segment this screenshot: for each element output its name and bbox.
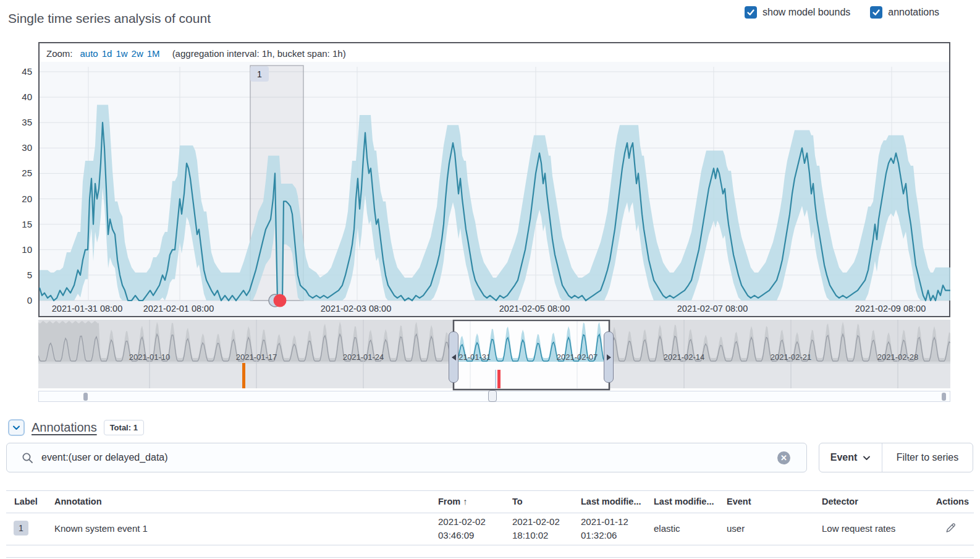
scrollbar-pill-right[interactable] (942, 393, 946, 401)
annotations-checkbox[interactable]: annotations (870, 6, 939, 19)
y-tick-25: 25 (11, 168, 32, 178)
cell-event: user (727, 523, 745, 534)
annotations-title[interactable]: Annotations (32, 420, 97, 435)
collapse-annotations-button[interactable] (8, 419, 25, 436)
table-row-border (6, 545, 974, 545)
y-tick-0: 0 (11, 295, 32, 305)
cell-annotation: Known system event 1 (54, 523, 148, 534)
context-date-label: 2021-01-17 (219, 352, 294, 362)
column-header-annotation: Annotation (54, 497, 102, 506)
column-header-last-modifie-[interactable]: Last modifie... (654, 497, 714, 506)
column-header-from[interactable]: From ↑ (438, 497, 468, 506)
cell-modified-by: elastic (654, 523, 680, 534)
show-model-bounds-label: show model bounds (762, 7, 850, 18)
page-title: Single time series analysis of count (8, 11, 211, 26)
checkbox-checked-icon[interactable] (745, 6, 757, 19)
column-header-actions: Actions (936, 497, 969, 506)
y-tick-35: 35 (11, 117, 32, 127)
column-header-to[interactable]: To (512, 497, 523, 506)
cell-to-time: 18:10:02 (512, 530, 548, 540)
focus-chart[interactable] (40, 62, 949, 309)
annotation-region-badge[interactable]: 1 (250, 66, 269, 82)
search-icon (22, 452, 34, 464)
annotations-filter-controls: Event Filter to series (819, 443, 973, 472)
cell-from-date: 2021-02-02 (438, 516, 486, 527)
chevron-down-icon (863, 454, 871, 462)
brush-handle-left[interactable] (449, 331, 458, 383)
chart-options: show model bounds annotations (745, 6, 939, 19)
cell-modified-date: 2021-01-12 (581, 516, 628, 527)
context-date-label: 2021-02-14 (647, 352, 721, 362)
context-date-label: 2021-02-28 (861, 352, 935, 362)
column-header-event[interactable]: Event (727, 497, 751, 506)
context-date-label: 2021-01-10 (112, 352, 187, 362)
y-tick-20: 20 (11, 194, 32, 204)
annotations-header: Annotations Total: 1 (8, 419, 144, 436)
context-annotation-orange[interactable] (242, 363, 245, 388)
scrollbar-drag-handle[interactable] (488, 390, 497, 402)
y-tick-5: 5 (11, 270, 32, 280)
checkbox-checked-icon[interactable] (870, 6, 882, 19)
event-dropdown[interactable]: Event (819, 443, 882, 472)
y-tick-15: 15 (11, 219, 32, 229)
zoom-link-1w[interactable]: 1w (116, 48, 127, 59)
clear-search-icon[interactable]: ✕ (777, 451, 790, 464)
search-input[interactable] (41, 444, 771, 471)
cell-from-time: 03:46:09 (438, 530, 474, 540)
annotations-label: annotations (888, 7, 939, 18)
table-bottom-border (6, 557, 974, 558)
zoom-links: auto1d1w2w1M (77, 48, 160, 59)
cell-modified-time: 01:32:06 (581, 530, 617, 540)
event-dropdown-label: Event (830, 452, 858, 463)
context-date-label: 2021-02-07 (540, 352, 614, 362)
y-tick-45: 45 (11, 66, 32, 77)
anomaly-marker[interactable] (274, 294, 287, 307)
annotations-search-box: ✕ (6, 443, 807, 472)
zoom-prefix: Zoom: (46, 48, 73, 59)
edit-annotation-pencil-icon[interactable] (945, 522, 957, 534)
zoom-link-auto[interactable]: auto (80, 48, 98, 59)
caret-right-icon (607, 354, 611, 361)
zoom-link-2w[interactable]: 2w (132, 48, 143, 59)
single-metric-viewer: Single time series analysis of count sho… (0, 0, 980, 559)
cell-to-date: 2021-02-02 (512, 516, 560, 527)
column-header-last-modifie-[interactable]: Last modifie... (581, 497, 641, 506)
show-model-bounds-checkbox[interactable]: show model bounds (745, 6, 850, 19)
timeline-scrollbar[interactable] (38, 391, 950, 402)
context-date-label: 2021-01-31 (433, 352, 507, 362)
context-date-label: 2021-01-24 (326, 352, 400, 362)
scrollbar-pill-left[interactable] (83, 393, 88, 401)
zoom-link-1d[interactable]: 1d (102, 48, 112, 59)
zoom-link-1M[interactable]: 1M (147, 48, 160, 59)
filter-to-series-button[interactable]: Filter to series (882, 443, 973, 472)
annotations-total-badge: Total: 1 (104, 420, 144, 435)
y-tick-10: 10 (11, 244, 32, 255)
brush-handle-right[interactable] (604, 331, 614, 383)
y-tick-30: 30 (11, 142, 32, 153)
column-header-label: Label (14, 497, 38, 506)
aggregation-interval-text: (aggregation interval: 1h, bucket span: … (172, 48, 346, 59)
context-annotation-red[interactable] (497, 370, 501, 388)
y-tick-40: 40 (11, 92, 32, 102)
sort-ascending-icon: ↑ (460, 497, 467, 506)
caret-left-icon (452, 354, 456, 361)
context-date-label: 2021-02-21 (754, 352, 828, 362)
column-header-detector[interactable]: Detector (822, 497, 858, 506)
row-label-badge: 1 (14, 521, 28, 536)
table-top-border (6, 490, 974, 491)
cell-detector: Low request rates (822, 523, 895, 534)
table-header-border (6, 513, 974, 513)
zoom-controls: Zoom: auto1d1w2w1M (aggregation interval… (46, 48, 346, 59)
